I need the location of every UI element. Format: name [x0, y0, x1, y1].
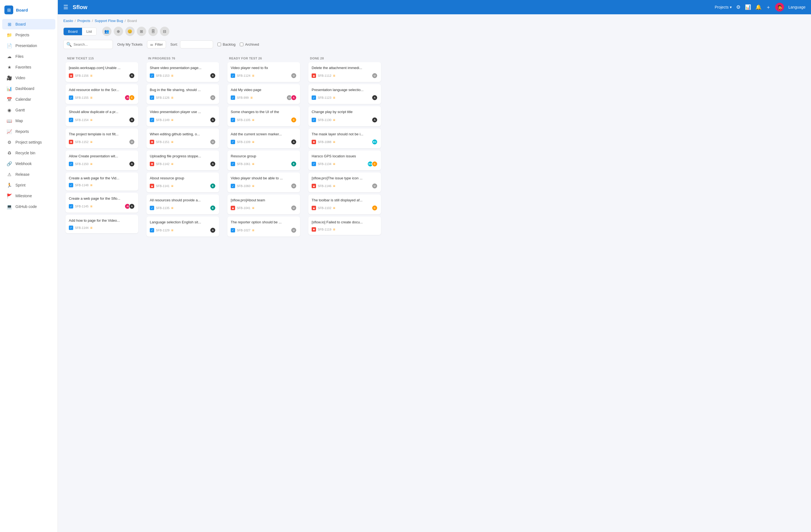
breadcrumb-projects[interactable]: Projects [77, 19, 90, 23]
table-row[interactable]: [sflow.pro]The issue type icon ...■SFB-1… [308, 172, 381, 192]
table-row[interactable]: Allow Create presentation wit...✓SFB-115… [65, 151, 138, 170]
tab-board[interactable]: Board [64, 28, 82, 35]
view-icon-layers[interactable]: ⊕ [114, 27, 123, 36]
view-icon-grid[interactable]: ⊞ [137, 27, 146, 36]
table-row[interactable]: The mask layer should not be i...■SFB-10… [308, 128, 381, 148]
projects-dropdown[interactable]: Projects ▾ [715, 5, 732, 9]
table-row[interactable]: Create a web page for the Vid...✓SFB-114… [65, 172, 138, 191]
avatar: U [210, 95, 216, 101]
table-row[interactable]: Video presentation player use ...✓SFB-11… [147, 106, 219, 126]
table-row[interactable]: Add resource editor to the Scr...✓SFB-11… [65, 84, 138, 104]
sidebar-item-presentation[interactable]: 📄Presentation [2, 41, 55, 51]
avatar: U [291, 183, 297, 189]
sidebar-item-map[interactable]: 📖Map [2, 115, 55, 126]
sidebar-item-favorites[interactable]: ★Favorites [2, 62, 55, 72]
sidebar-item-webhook[interactable]: 🔗Webhook [2, 158, 55, 169]
sort-dropdown[interactable] [180, 41, 213, 48]
avatar: A [372, 95, 378, 101]
view-icon-table[interactable]: ⊟ [160, 27, 169, 36]
table-row[interactable]: About resource group■SFB-1141≡E [147, 172, 219, 192]
table-row[interactable]: The project template is not filt...■SFB-… [65, 128, 138, 148]
tab-list[interactable]: List [82, 28, 96, 35]
settings-icon[interactable]: ⚙ [736, 4, 740, 10]
table-row[interactable]: Add how to page for the Video...✓SFB-114… [65, 215, 138, 233]
topbar: ☰ Sflow Projects ▾ ⚙ 📊 🔔 ＋ 🧑‍🎤 Language [58, 0, 811, 14]
sidebar-icon-board: ⊞ [6, 21, 12, 27]
table-row[interactable]: Video player need to fix✓SFB-1124≡U [227, 62, 300, 82]
table-row[interactable]: Delete the attachment immedi...■SFB-1112… [308, 62, 381, 82]
sidebar-item-dashboard[interactable]: 📊Dashboard [2, 83, 55, 94]
sidebar-item-calendar[interactable]: 📅Calendar [2, 94, 55, 105]
sidebar-item-release[interactable]: ⚠Release [2, 169, 55, 179]
sidebar-item-gantt[interactable]: ◉Gantt [2, 105, 55, 115]
card-title: The toolbar is still displayed af... [312, 198, 378, 203]
sidebar-item-milestone[interactable]: 🚩Milestone [2, 191, 55, 201]
table-row[interactable]: When editing github setting, o...■SFB-11… [147, 128, 219, 148]
table-row[interactable]: Resource group✓SFB-1061≡E [227, 151, 300, 170]
search-input[interactable] [74, 42, 110, 46]
analytics-icon[interactable]: 📊 [745, 4, 751, 10]
priority-icon: ≡ [171, 206, 173, 210]
table-row[interactable]: Add My video page✓SFB-999≡UA [227, 84, 300, 104]
table-row[interactable]: Share video presentation page...✓SFB-115… [147, 62, 219, 82]
avatar: E [210, 183, 216, 189]
ticket-type-icon: ✓ [69, 118, 73, 122]
notifications-icon[interactable]: 🔔 [755, 4, 762, 10]
table-row[interactable]: The reporter option should be ...✓SFB-10… [227, 217, 300, 236]
table-row[interactable]: Video player should be able to ...✓SFB-1… [227, 172, 300, 192]
archived-checkbox-group: Archived [240, 42, 259, 46]
ticket-id: SFB-1144 [75, 226, 89, 230]
breadcrumb-easiio[interactable]: Easiio [63, 19, 73, 23]
ticket-id: SFB-1151 [156, 140, 170, 144]
sidebar-item-project-settings[interactable]: ⚙Project settings [2, 137, 55, 147]
sidebar-item-github-code[interactable]: 💻GitHub code [2, 201, 55, 212]
user-avatar[interactable]: 🧑‍🎤 [775, 3, 784, 12]
column-header-in-progress: IN PROGRESS 76 [144, 53, 221, 62]
table-row[interactable]: Some changes to the UI of the✓SFB-1105≡C [227, 106, 300, 126]
view-icon-people[interactable]: 👥 [102, 27, 111, 36]
ticket-id: SFB-1145 [75, 205, 89, 208]
table-row[interactable]: Bug in the file sharing, should ...✓SFB-… [147, 84, 219, 104]
ticket-id: SFB-1150 [75, 162, 89, 166]
table-row[interactable]: Uploading file progress stoppe...■SFB-11… [147, 151, 219, 170]
priority-icon: ≡ [171, 184, 173, 188]
sidebar-item-files[interactable]: ☁Files [2, 51, 55, 62]
breadcrumb-support-flow-bug[interactable]: Support Flow Bug [95, 19, 123, 23]
table-row[interactable]: Harsco GPS location issues✓SFB-1134≡ECC [308, 151, 381, 170]
table-row[interactable]: Change play by script title✓SFB-1130≡A [308, 106, 381, 126]
add-icon[interactable]: ＋ [766, 4, 771, 11]
search-box[interactable]: 🔍 [63, 40, 113, 49]
card-title: Video player need to fix [231, 65, 297, 71]
table-row[interactable]: Presentation language selectio...✓SFB-11… [308, 84, 381, 104]
sidebar-item-video[interactable]: 🎥Video [2, 73, 55, 83]
table-row[interactable]: [sflow.io] Failed to create docu...■SFB-… [308, 217, 381, 235]
only-my-tickets-toggle[interactable]: Only My Tickets [117, 42, 142, 46]
table-row[interactable]: Create a web page for the Sflo...✓SFB-11… [65, 193, 138, 213]
ticket-type-icon: ✓ [231, 162, 235, 166]
sidebar-item-sprint[interactable]: 🏃Sprint [2, 180, 55, 190]
table-row[interactable]: Should allow duplicate of a pr...✓SFB-11… [65, 106, 138, 126]
table-row[interactable]: The toolbar is still displayed af...■SFB… [308, 194, 381, 214]
view-icon-archive[interactable]: 🗄 [148, 27, 158, 36]
table-row[interactable]: [easiio.worksapp.com] Unable ...■SFB-115… [65, 62, 138, 82]
ticket-type-icon: ■ [150, 162, 154, 166]
menu-icon[interactable]: ☰ [63, 4, 68, 11]
sidebar-label-project-settings: Project settings [15, 140, 42, 144]
sidebar-item-board[interactable]: ⊞Board [2, 19, 55, 29]
sidebar-item-reports[interactable]: 📈Reports [2, 126, 55, 137]
table-row[interactable]: [sflow.pro]About team■SFB-1041≡U [227, 194, 300, 214]
sidebar-label-github-code: GitHub code [15, 204, 37, 209]
view-icon-face[interactable]: 😊 [125, 27, 135, 36]
table-row[interactable]: All resources should provide a...✓SFB-11… [147, 194, 219, 214]
table-row[interactable]: Language selection English sit...✓SFB-11… [147, 217, 219, 236]
filter-button[interactable]: ⚌ Filter [147, 41, 166, 48]
sidebar-item-projects[interactable]: 📁Projects [2, 30, 55, 40]
avatar-group: U [291, 227, 297, 233]
priority-icon: ≡ [250, 95, 253, 100]
language-label[interactable]: Language [789, 5, 806, 9]
sidebar-item-recycle-bin[interactable]: ♻Recycle bin [2, 148, 55, 158]
archived-checkbox[interactable] [240, 43, 243, 46]
table-row[interactable]: Add the current screen marker...✓SFB-110… [227, 128, 300, 148]
backlog-checkbox[interactable] [217, 43, 221, 46]
sidebar-icon-calendar: 📅 [6, 96, 12, 102]
